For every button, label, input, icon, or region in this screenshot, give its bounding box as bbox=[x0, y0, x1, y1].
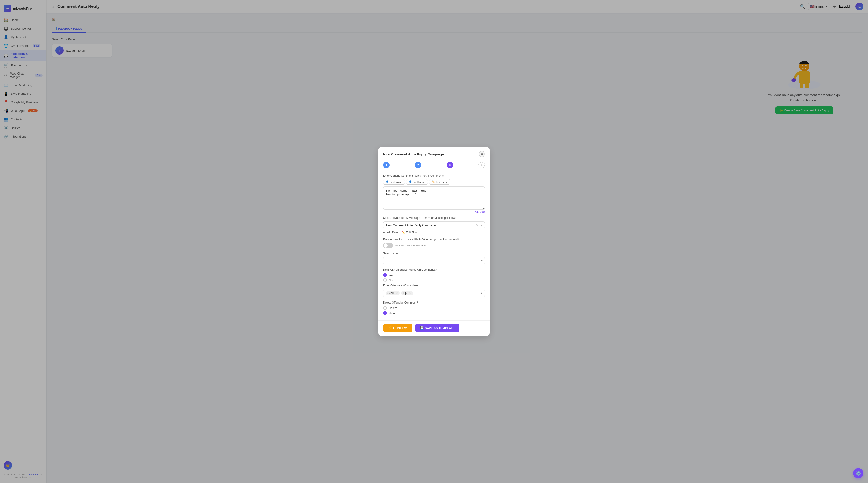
modal-overlay: New Comment Auto Reply Campaign ✕ 1 2 3 … bbox=[0, 0, 868, 483]
hide-radio-circle bbox=[383, 311, 387, 315]
label-select-wrap: ▾ bbox=[383, 257, 485, 264]
add-flow-icon: ⊕ bbox=[383, 231, 385, 234]
step-2-dot: 2 bbox=[415, 162, 421, 168]
step-line-2 bbox=[421, 165, 446, 165]
delete-radio[interactable]: Delete bbox=[383, 306, 485, 310]
offensive-words-input[interactable]: Scam ✕ Tipu ✕ ▾ bbox=[383, 289, 485, 297]
step-line-1 bbox=[390, 165, 415, 165]
offensive-yes-radio-circle bbox=[383, 273, 387, 277]
comment-reply-label: Enter Generic Comment Reply For All Comm… bbox=[383, 174, 485, 178]
photo-video-toggle[interactable] bbox=[383, 243, 393, 248]
support-chat-button[interactable]: ⚙️ bbox=[853, 468, 863, 478]
last-name-tag-label: Last Name bbox=[413, 181, 425, 183]
tags-arrow-icon: ▾ bbox=[481, 291, 483, 295]
modal-title: New Comment Auto Reply Campaign bbox=[383, 152, 444, 156]
step-1-dot: 1 bbox=[383, 162, 390, 168]
tag-icon: 🏷️ bbox=[432, 181, 435, 183]
offensive-no-radio[interactable]: No bbox=[383, 278, 485, 282]
hide-radio[interactable]: Hide bbox=[383, 311, 485, 315]
modal-header: New Comment Auto Reply Campaign ✕ bbox=[378, 147, 490, 160]
modal-body: Enter Generic Comment Reply For All Comm… bbox=[378, 170, 490, 320]
person-icon-last: 👤 bbox=[409, 181, 412, 183]
tag-chip-scam-remove[interactable]: ✕ bbox=[396, 291, 398, 295]
select-label-heading: Select Label bbox=[383, 252, 485, 255]
delete-offensive-label: Delete Offensive Comment? bbox=[383, 301, 485, 304]
add-flow-button[interactable]: ⊕ Add Flow bbox=[383, 231, 398, 234]
offensive-yes-radio[interactable]: Yes bbox=[383, 273, 485, 277]
template-label: SAVE AS TEMPLATE bbox=[425, 326, 455, 330]
photo-video-toggle-label: No, Don't Use a Photo/Video bbox=[395, 244, 427, 247]
edit-flow-icon: ✏️ bbox=[402, 231, 405, 234]
step-4-dot: 4 bbox=[478, 162, 485, 168]
tag-chip-tipu-label: Tipu bbox=[403, 291, 408, 295]
offensive-no-label: No bbox=[389, 279, 393, 282]
select-clear-icon[interactable]: ✕ bbox=[476, 223, 478, 227]
person-icon-first: 👤 bbox=[385, 181, 389, 183]
offensive-words-label: Deal With Offensive Words On Comments? bbox=[383, 268, 485, 271]
step-line-3 bbox=[453, 165, 478, 165]
private-reply-label: Select Private Reply Message From Your M… bbox=[383, 216, 485, 220]
confirm-button[interactable]: ⚡ CONFIRM bbox=[383, 324, 412, 332]
char-count: 54 / 2000 bbox=[383, 211, 485, 214]
photo-video-toggle-row: No, Don't Use a Photo/Video bbox=[383, 243, 485, 248]
toggle-knob bbox=[383, 243, 388, 248]
private-reply-select[interactable]: New Comment Auto Reply Campaign bbox=[383, 221, 485, 229]
tag-chip-scam: Scam ✕ bbox=[385, 291, 400, 295]
hide-label: Hide bbox=[389, 312, 395, 315]
edit-flow-label: Edit Flow bbox=[406, 231, 417, 234]
edit-flow-button[interactable]: ✏️ Edit Flow bbox=[402, 231, 417, 234]
modal-close-button[interactable]: ✕ bbox=[479, 151, 485, 157]
tag-buttons: 👤 First Name 👤 Last Name 🏷️ Tag Name bbox=[383, 179, 485, 185]
hide-radio-dot bbox=[384, 312, 386, 314]
last-name-tag-button[interactable]: 👤 Last Name bbox=[406, 179, 428, 185]
tag-chip-scam-label: Scam bbox=[388, 291, 395, 295]
comment-reply-textarea[interactable]: Hai {{first_name}} {{last_name}} Nak tau… bbox=[383, 186, 485, 210]
save-as-template-button[interactable]: 💾 SAVE AS TEMPLATE bbox=[415, 324, 459, 332]
label-select[interactable] bbox=[383, 257, 485, 264]
photo-video-label: Do you want to include a Photo/Video on … bbox=[383, 238, 485, 241]
first-name-tag-button[interactable]: 👤 First Name bbox=[383, 179, 405, 185]
offensive-words-input-label: Enter Offensive Words Here: bbox=[383, 284, 485, 287]
delete-radio-circle bbox=[383, 306, 387, 310]
modal-footer: ⚡ CONFIRM 💾 SAVE AS TEMPLATE bbox=[378, 320, 490, 336]
private-reply-select-wrap: New Comment Auto Reply Campaign ✕ ▾ bbox=[383, 221, 485, 229]
offensive-radio-group: Yes No bbox=[383, 273, 485, 282]
template-icon: 💾 bbox=[420, 326, 424, 330]
offensive-yes-label: Yes bbox=[389, 273, 394, 277]
confirm-label: CONFIRM bbox=[393, 326, 407, 330]
flow-actions: ⊕ Add Flow ✏️ Edit Flow bbox=[383, 231, 485, 234]
offensive-yes-radio-dot bbox=[384, 274, 386, 276]
tag-chip-tipu: Tipu ✕ bbox=[401, 291, 413, 295]
tag-name-tag-label: Tag Name bbox=[436, 181, 447, 183]
add-flow-label: Add Flow bbox=[386, 231, 398, 234]
confirm-icon: ⚡ bbox=[388, 326, 392, 330]
tag-chip-tipu-remove[interactable]: ✕ bbox=[409, 291, 411, 295]
tag-name-tag-button[interactable]: 🏷️ Tag Name bbox=[429, 179, 450, 185]
step-3-dot: 3 bbox=[447, 162, 453, 168]
delete-label: Delete bbox=[389, 306, 397, 310]
campaign-modal: New Comment Auto Reply Campaign ✕ 1 2 3 … bbox=[378, 147, 490, 336]
offensive-no-radio-circle bbox=[383, 278, 387, 282]
step-indicators: 1 2 3 4 bbox=[378, 160, 490, 170]
delete-radio-group: Delete Hide bbox=[383, 306, 485, 315]
first-name-tag-label: First Name bbox=[390, 181, 402, 183]
